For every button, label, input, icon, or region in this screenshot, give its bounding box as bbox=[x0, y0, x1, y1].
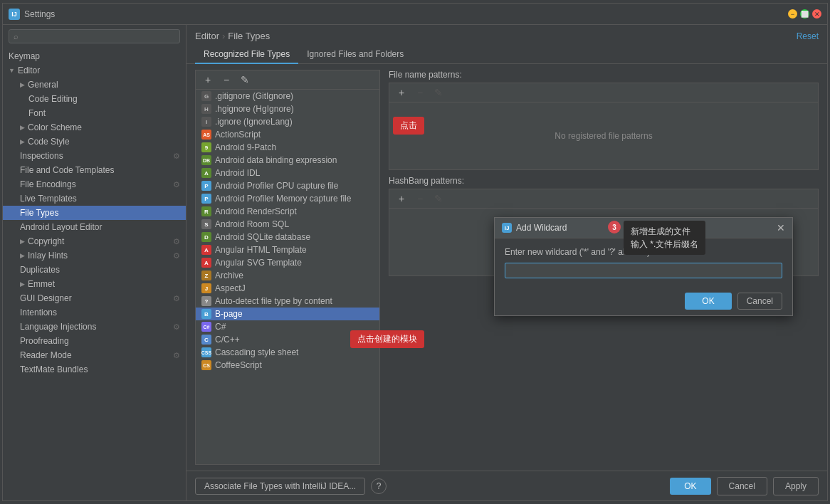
tab-recognized-file-types[interactable]: Recognized File Types bbox=[195, 46, 298, 64]
file-list-item[interactable]: G .gitignore (GitIgnore) bbox=[196, 90, 379, 103]
android-data-binding-icon: DB bbox=[201, 155, 211, 165]
copyright-settings-icon: ⚙ bbox=[173, 237, 180, 246]
add-wildcard-dialog[interactable]: IJ Add Wildcard ✕ Enter new wildcard ('*… bbox=[494, 217, 793, 316]
file-list-item-bpage[interactable]: B B-page bbox=[196, 308, 379, 320]
title-bar-left: IJ Settings bbox=[9, 9, 55, 20]
file-list-item[interactable]: A Android IDL bbox=[196, 167, 379, 179]
inspections-settings-icon: ⚙ bbox=[173, 152, 180, 161]
edit-file-pattern-button[interactable]: ✎ bbox=[431, 85, 446, 100]
sidebar-item-file-encodings[interactable]: File Encodings ⚙ bbox=[3, 177, 186, 191]
sidebar-item-font[interactable]: Font bbox=[3, 106, 186, 120]
ok-button[interactable]: OK bbox=[670, 478, 710, 495]
sidebar-item-duplicates[interactable]: Duplicates bbox=[3, 263, 186, 277]
gui-designer-settings-icon: ⚙ bbox=[173, 294, 180, 303]
file-types-toolbar: + − ✎ bbox=[196, 70, 379, 90]
dialog-close-button[interactable]: ✕ bbox=[777, 222, 785, 233]
angular-svg-icon: A bbox=[201, 258, 211, 268]
dialog-cancel-button[interactable]: Cancel bbox=[737, 293, 782, 310]
file-list-item[interactable]: C C/C++ bbox=[196, 333, 379, 346]
sidebar-item-textmate-bundles[interactable]: TextMate Bundles bbox=[3, 362, 186, 377]
add-file-type-button[interactable]: + bbox=[200, 73, 216, 87]
sidebar-item-general[interactable]: ▶ General bbox=[3, 78, 186, 92]
file-list-item[interactable]: H .hgignore (HgIgnore) bbox=[196, 103, 379, 115]
main-header: Editor › File Types Reset bbox=[187, 25, 827, 41]
hashbang-patterns-toolbar: + − ✎ bbox=[389, 189, 818, 209]
file-list-item[interactable]: A Angular SVG Template bbox=[196, 256, 379, 269]
search-input[interactable] bbox=[21, 31, 175, 41]
apply-button[interactable]: Apply bbox=[773, 477, 819, 495]
file-list-item[interactable]: Z Archive bbox=[196, 269, 379, 282]
minimize-button[interactable]: − bbox=[788, 9, 797, 19]
edit-hashbang-pattern-button[interactable]: ✎ bbox=[431, 191, 446, 206]
sidebar-item-file-types[interactable]: File Types bbox=[3, 206, 186, 220]
tab-ignored-files-folders[interactable]: Ignored Files and Folders bbox=[298, 46, 412, 64]
file-list-item[interactable]: P Android Profiler Memory capture file bbox=[196, 192, 379, 205]
sidebar-item-inspections[interactable]: Inspections ⚙ bbox=[3, 149, 186, 163]
close-button[interactable]: ✕ bbox=[812, 9, 821, 19]
sidebar-item-reader-mode[interactable]: Reader Mode ⚙ bbox=[3, 348, 186, 362]
add-file-pattern-button[interactable]: + bbox=[394, 85, 409, 100]
wildcard-input[interactable] bbox=[505, 263, 782, 278]
ignore-icon: I bbox=[201, 117, 211, 127]
remove-hashbang-pattern-button[interactable]: − bbox=[412, 191, 428, 206]
dialog-title-bar: IJ Add Wildcard ✕ bbox=[495, 218, 792, 238]
sidebar-item-keymap[interactable]: Keymap bbox=[3, 49, 186, 63]
breadcrumb-parent: Editor bbox=[195, 31, 219, 41]
sidebar-item-live-templates[interactable]: Live Templates bbox=[3, 191, 186, 206]
cancel-button[interactable]: Cancel bbox=[717, 477, 767, 495]
sidebar-item-code-editing[interactable]: Code Editing bbox=[3, 92, 186, 106]
help-button[interactable]: ? bbox=[371, 478, 387, 494]
remove-file-type-button[interactable]: − bbox=[219, 73, 234, 87]
search-box[interactable]: ⌕ bbox=[9, 29, 180, 43]
window-title: Settings bbox=[24, 9, 55, 19]
file-name-patterns-area: + − ✎ No registered file patterns bbox=[389, 83, 819, 170]
file-list-item[interactable]: CS CoffeeScript bbox=[196, 359, 379, 372]
sidebar-item-gui-designer[interactable]: GUI Designer ⚙ bbox=[3, 291, 186, 305]
sidebar-item-editor[interactable]: ▼ Editor bbox=[3, 63, 186, 78]
add-hashbang-pattern-button[interactable]: + bbox=[394, 191, 409, 206]
file-list-item[interactable]: P Android Profiler CPU capture file bbox=[196, 179, 379, 192]
file-list-item[interactable]: C# C# bbox=[196, 320, 379, 333]
maximize-button[interactable]: ⬜ bbox=[800, 9, 809, 19]
emmet-expand-icon: ▶ bbox=[20, 280, 25, 288]
android-renderscript-icon: R bbox=[201, 206, 211, 216]
file-name-patterns-empty: No registered file patterns bbox=[389, 103, 818, 169]
file-list-item[interactable]: J AspectJ bbox=[196, 282, 379, 295]
sidebar-item-android-layout-editor[interactable]: Android Layout Editor bbox=[3, 220, 186, 234]
dialog-label: Enter new wildcard ('*' and '?' allowed)… bbox=[505, 247, 782, 257]
edit-file-type-button[interactable]: ✎ bbox=[237, 73, 253, 87]
file-list-item[interactable]: 9 Android 9-Patch bbox=[196, 141, 379, 154]
sidebar-item-emmet[interactable]: ▶ Emmet bbox=[3, 277, 186, 291]
sidebar: ⌕ Keymap ▼ Editor ▶ General Code Editing bbox=[3, 25, 187, 500]
title-bar: IJ Settings − ⬜ ✕ bbox=[3, 4, 827, 25]
file-types-list: + − ✎ G .gitignore (GitIgnore) H .hgigno… bbox=[195, 70, 380, 465]
sidebar-item-inlay-hints[interactable]: ▶ Inlay Hints ⚙ bbox=[3, 248, 186, 263]
bottom-right: OK Cancel Apply bbox=[670, 477, 819, 495]
associate-file-types-button[interactable]: Associate File Types with IntelliJ IDEA.… bbox=[195, 478, 365, 495]
sidebar-item-intentions[interactable]: Intentions bbox=[3, 305, 186, 320]
dialog-ok-button[interactable]: OK bbox=[685, 293, 731, 310]
file-list-item[interactable]: R Android RenderScript bbox=[196, 205, 379, 218]
sidebar-item-code-style[interactable]: ▶ Code Style bbox=[3, 135, 186, 149]
file-list-item[interactable]: I .ignore (IgnoreLang) bbox=[196, 115, 379, 128]
sidebar-item-file-code-templates[interactable]: File and Code Templates bbox=[3, 163, 186, 177]
copyright-expand-icon: ▶ bbox=[20, 238, 25, 245]
sidebar-item-language-injections[interactable]: Language Injections ⚙ bbox=[3, 320, 186, 334]
sidebar-item-color-scheme[interactable]: ▶ Color Scheme bbox=[3, 120, 186, 135]
remove-file-pattern-button[interactable]: − bbox=[412, 85, 428, 100]
angular-html-icon: A bbox=[201, 245, 211, 255]
window-controls: − ⬜ ✕ bbox=[788, 9, 821, 19]
file-list-item[interactable]: AS ActionScript bbox=[196, 128, 379, 141]
file-list-item[interactable]: D Android SQLite database bbox=[196, 231, 379, 243]
sidebar-item-copyright[interactable]: ▶ Copyright ⚙ bbox=[3, 234, 186, 248]
file-list-item[interactable]: CSS Cascading style sheet bbox=[196, 346, 379, 359]
file-list-item[interactable]: DB Android data binding expression bbox=[196, 154, 379, 167]
file-list-item[interactable]: S Android Room SQL bbox=[196, 218, 379, 231]
reader-mode-settings-icon: ⚙ bbox=[173, 351, 180, 360]
sidebar-item-proofreading[interactable]: Proofreading bbox=[3, 334, 186, 348]
dialog-title: IJ Add Wildcard bbox=[502, 223, 567, 233]
file-list: G .gitignore (GitIgnore) H .hgignore (Hg… bbox=[196, 90, 379, 464]
file-list-item[interactable]: A Angular HTML Template bbox=[196, 243, 379, 256]
reset-link[interactable]: Reset bbox=[797, 31, 819, 41]
file-list-item[interactable]: ? Auto-detect file type by content bbox=[196, 295, 379, 308]
